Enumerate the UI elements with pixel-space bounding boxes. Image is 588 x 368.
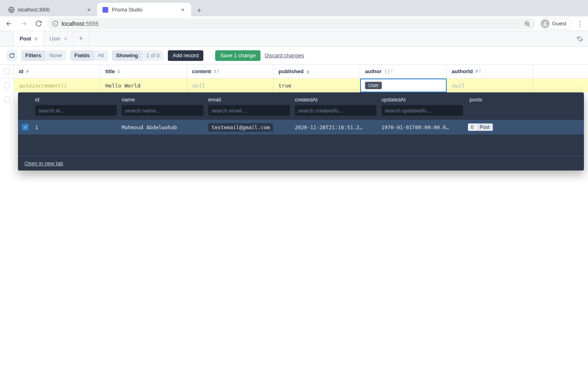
column-header-title[interactable]: titleA [100, 65, 187, 78]
address-bar[interactable]: localhost:5555 [47, 18, 535, 29]
dd-cell-posts: 0 Post [466, 123, 584, 131]
save-change-button[interactable]: Save 1 change [215, 50, 261, 61]
browser-menu-button[interactable]: ⋮ [575, 18, 585, 29]
studio-tab-bar: Post User × + [0, 31, 588, 47]
table-header-row: id# titleA contentA? published◑ author{}… [0, 65, 588, 79]
search-createdat-input[interactable] [295, 105, 376, 116]
showing-pill[interactable]: Showing 1 of 0 [112, 50, 164, 61]
main-table: id# titleA contentA? published◑ author{}… [0, 65, 588, 106]
info-icon [52, 20, 58, 27]
studio-tab-user[interactable]: User × [43, 31, 74, 46]
dd-column-header-name: name [122, 96, 203, 103]
add-record-button[interactable]: Add record [168, 50, 204, 61]
dd-column-header-posts: posts [470, 96, 581, 103]
url-text: localhost:5555 [62, 20, 98, 27]
relation-picker-header: id name email createdAt updatedAt posts [18, 92, 584, 120]
cell-author[interactable]: User [360, 79, 447, 92]
discard-changes-link[interactable]: Discard changes [265, 52, 304, 58]
dd-cell-name: Mahmoud Abdelwahab [119, 124, 206, 130]
close-icon[interactable]: × [86, 7, 92, 13]
globe-icon [8, 7, 15, 13]
studio-new-tab-button[interactable]: + [74, 31, 89, 46]
refresh-button[interactable] [7, 50, 17, 61]
posts-count-chip: 0 Post [468, 123, 493, 131]
browser-toolbar: localhost:5555 Guest ⋮ [0, 16, 588, 31]
checkbox-checked-icon[interactable]: ✓ [22, 124, 29, 130]
table-row[interactable]: autoincrement() Hello World null true Us… [0, 79, 588, 92]
settings-button[interactable] [572, 31, 588, 46]
reload-button[interactable] [33, 18, 44, 29]
column-header-authorid[interactable]: authorId#? [447, 65, 533, 78]
cell-authorid[interactable]: null [447, 79, 533, 92]
divider [209, 50, 209, 61]
dd-cell-createdat: 2020-11-28T21:16:51.2… [292, 124, 379, 130]
relation-picker-footer: Open in new tab [18, 156, 584, 171]
dd-column-header-id: id [35, 96, 117, 103]
browser-tab-title: Prisma Studio [112, 7, 176, 13]
close-icon[interactable]: × [180, 7, 186, 13]
close-icon[interactable]: × [64, 36, 67, 42]
column-header-author[interactable]: author{}? [360, 65, 447, 78]
relation-picker-empty-space [18, 135, 584, 156]
svg-point-4 [544, 22, 546, 24]
dd-column-header-updatedat: updatedAt [381, 96, 463, 103]
guest-profile-button[interactable]: Guest [539, 18, 572, 29]
row-checkbox[interactable] [0, 79, 14, 92]
select-all-checkbox[interactable] [0, 65, 14, 78]
search-email-input[interactable] [208, 105, 290, 116]
search-updatedat-input[interactable] [381, 105, 463, 116]
forward-button[interactable] [18, 18, 29, 29]
cell-published[interactable]: true [274, 79, 360, 92]
dd-cell-updatedat: 1970-01-01T00:00:00.0… [379, 124, 466, 130]
dd-cell-email: testemail@gmail.com [206, 123, 292, 132]
guest-label: Guest [552, 20, 566, 27]
relation-picker-panel: id name email createdAt updatedAt posts [18, 92, 584, 171]
fields-pill[interactable]: Fields All [70, 50, 108, 61]
studio-tab-post[interactable]: Post [13, 31, 44, 46]
avatar-icon [541, 19, 550, 28]
cell-content[interactable]: null [187, 79, 274, 92]
search-name-input[interactable] [122, 105, 203, 116]
dd-cell-id: 1 [33, 124, 119, 130]
prisma-icon [102, 7, 109, 13]
dirty-dot-icon [34, 37, 38, 40]
row-checkbox[interactable] [0, 92, 14, 106]
open-in-new-tab-link[interactable]: Open in new tab [24, 160, 63, 166]
browser-chrome: localhost:3000 × Prisma Studio × + local… [0, 0, 588, 31]
cell-id[interactable]: autoincrement() [14, 79, 100, 92]
browser-tab-title: localhost:3000 [18, 7, 82, 13]
search-id-input[interactable] [35, 105, 117, 116]
column-header-content[interactable]: contentA? [187, 65, 274, 78]
relation-picker-row[interactable]: ✓ 1 Mahmoud Abdelwahab testemail@gmail.c… [18, 120, 584, 135]
column-header-id[interactable]: id# [14, 65, 100, 78]
dd-column-header-email: email [208, 96, 290, 103]
column-header-published[interactable]: published◑ [274, 65, 360, 78]
back-button[interactable] [3, 18, 15, 29]
action-bar: Filters None Fields All Showing 1 of 0 A… [0, 47, 588, 65]
svg-rect-1 [102, 7, 108, 13]
dd-column-header-createdat: createdAt [295, 96, 376, 103]
new-tab-button[interactable]: + [194, 5, 205, 16]
browser-tab-prisma-studio[interactable]: Prisma Studio × [97, 3, 191, 16]
browser-tab-localhost-3000[interactable]: localhost:3000 × [3, 3, 97, 16]
browser-tab-strip: localhost:3000 × Prisma Studio × + [0, 0, 588, 16]
cell-title[interactable]: Hello World [100, 79, 187, 92]
user-chip: User [365, 82, 382, 89]
zoom-icon[interactable] [524, 20, 530, 27]
filters-pill[interactable]: Filters None [21, 50, 66, 61]
